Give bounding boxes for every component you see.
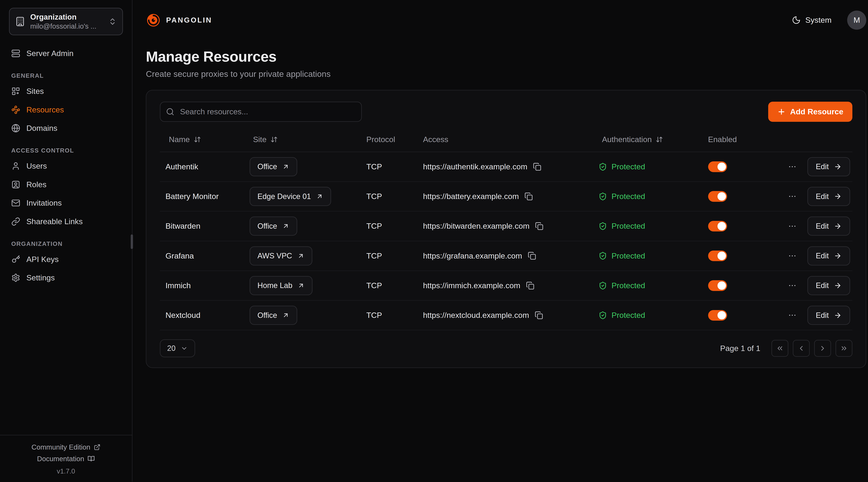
edit-button[interactable]: Edit [807,306,850,325]
copy-url-button[interactable] [525,280,535,291]
actions-cell: Edit [784,217,852,236]
page-subtitle: Create secure proxies to your private ap… [146,69,866,79]
row-menu-button[interactable] [785,279,799,292]
enabled-cell [702,251,784,261]
copy-url-button[interactable] [532,161,542,172]
page-size-select[interactable]: 20 [160,340,195,357]
edit-button[interactable]: Edit [807,157,850,176]
protocol-cell: TCP [361,311,417,320]
sidebar-item-domains[interactable]: Domains [7,119,125,137]
avatar[interactable]: M [847,10,866,30]
enabled-toggle[interactable] [708,310,727,321]
sidebar-item-shareable-links[interactable]: Shareable Links [7,212,125,231]
brand[interactable]: PANGOLIN [146,13,212,28]
sidebar-nav: Server Admin GENERAL Sites Resources [0,39,132,435]
card-toolbar: Add Resource [160,102,852,122]
sidebar-item-sites[interactable]: Sites [7,82,125,101]
site-link-button[interactable]: Office [250,217,297,236]
protocol-cell: TCP [361,281,417,290]
enabled-toggle[interactable] [708,191,727,202]
site-name: Edge Device 01 [257,192,311,201]
authentication-cell: Protected [593,162,702,171]
sort-icon [656,136,663,143]
shield-check-icon [598,282,607,290]
prev-page-button[interactable] [793,340,810,357]
enabled-toggle[interactable] [708,251,727,261]
actions-cell: Edit [784,306,852,325]
sort-icon [194,136,201,143]
documentation-link[interactable]: Documentation [0,453,132,464]
external-link-icon [94,444,100,451]
add-resource-button[interactable]: Add Resource [768,102,852,122]
arrow-up-right-icon [282,312,289,319]
edit-button[interactable]: Edit [807,246,850,265]
sidebar-item-api-keys[interactable]: API Keys [7,250,125,268]
sidebar-item-roles[interactable]: Roles [7,175,125,194]
enabled-toggle[interactable] [708,161,727,172]
site-name: Office [257,162,277,171]
resources-icon [11,105,20,114]
arrow-up-right-icon [282,222,289,230]
sidebar-item-users[interactable]: Users [7,157,125,175]
edit-button[interactable]: Edit [807,217,850,236]
search-input[interactable] [160,102,362,122]
site-link-button[interactable]: Edge Device 01 [250,187,331,206]
row-menu-button[interactable] [785,160,799,173]
sort-authentication-button[interactable]: Authentication [598,131,666,148]
sort-site-button[interactable]: Site [250,131,281,148]
org-selector[interactable]: Organization milo@fossorial.io's ... [9,8,123,35]
table-row: Grafana AWS VPC TCP https://grafana.exam… [160,242,852,271]
theme-selector[interactable]: System [788,15,835,25]
avatar-initial: M [854,15,860,25]
copy-url-button[interactable] [523,191,534,202]
arrow-right-icon [834,312,842,319]
sidebar-item-invitations[interactable]: Invitations [7,194,125,213]
enabled-toggle[interactable] [708,280,727,291]
sidebar-item-resources[interactable]: Resources [7,100,125,119]
copy-url-button[interactable] [534,221,545,231]
site-link-button[interactable]: Office [250,306,297,325]
sort-icon [271,136,278,143]
shield-check-icon [598,163,607,171]
copy-url-button[interactable] [533,310,544,321]
site-cell: Office [244,157,361,176]
row-menu-button[interactable] [785,190,799,203]
edit-button[interactable]: Edit [807,187,850,206]
sidebar-item-settings[interactable]: Settings [7,268,125,287]
sidebar-item-server-admin[interactable]: Server Admin [7,44,125,63]
key-icon [11,255,20,264]
authentication-status: Protected [612,222,645,231]
table-body: Authentik Office TCP https://authentik.e… [160,152,852,330]
site-name: Home Lab [257,281,292,290]
last-page-button[interactable] [836,340,852,357]
site-cell: Edge Device 01 [244,187,361,206]
sidebar-item-label: Resources [26,104,64,115]
sites-icon [11,87,20,96]
authentication-status: Protected [612,281,645,290]
access-cell: https://immich.example.com [417,280,593,291]
row-menu-button[interactable] [785,220,799,233]
next-page-button[interactable] [814,340,831,357]
actions-cell: Edit [784,187,852,206]
row-menu-button[interactable] [785,309,799,322]
arrow-right-icon [834,282,842,289]
row-menu-button[interactable] [785,249,799,263]
arrow-up-right-icon [298,282,305,289]
community-edition-link[interactable]: Community Edition [0,442,132,453]
resource-name: Bitwarden [165,222,200,231]
sidebar-item-label: API Keys [26,254,59,265]
header-authentication: Authentication [593,131,702,148]
copy-url-button[interactable] [527,251,537,261]
first-page-button[interactable] [772,340,788,357]
sort-name-button[interactable]: Name [165,131,204,148]
access-cell: https://battery.example.com [417,191,593,202]
site-link-button[interactable]: Office [250,157,297,176]
edit-button[interactable]: Edit [807,276,850,295]
site-link-button[interactable]: AWS VPC [250,246,312,265]
site-link-button[interactable]: Home Lab [250,276,312,295]
enabled-toggle[interactable] [708,221,727,231]
sidebar-resize-handle[interactable] [131,234,133,249]
arrow-right-icon [834,163,842,170]
header-label: Access [423,135,448,144]
org-title: Organization [30,12,103,22]
